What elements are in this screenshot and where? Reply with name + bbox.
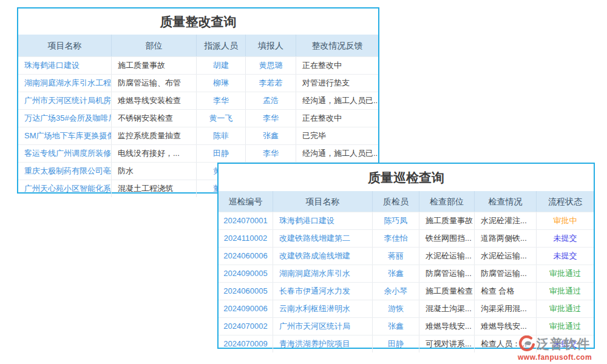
cell-inspection-id[interactable]: 2024070009 (219, 335, 273, 352)
cell-inspector[interactable]: 陈巧凤 (372, 212, 419, 229)
column-header-check-situation: 检查情况 (474, 191, 536, 212)
cell-feedback: 对管进行垫支 (296, 75, 378, 92)
cell-project[interactable]: SM广场地下车库更换摄像机 (18, 127, 111, 144)
cell-check-situation: 沟渠采用混... (474, 300, 536, 317)
cell-project[interactable]: 珠海鹤港口建设 (273, 212, 372, 229)
cell-check-part: 水泥砼运输... (419, 248, 474, 265)
cell-assignee[interactable]: 黄一飞 (196, 110, 245, 127)
column-header-inspection-id: 巡检编号 (219, 191, 273, 212)
cell-inspection-id[interactable]: 2024070002 (219, 318, 273, 335)
cell-inspector[interactable]: 李佳怡 (372, 230, 419, 247)
cell-reporter[interactable]: 李华 (245, 145, 296, 162)
cell-project[interactable]: 万达广场35#会所及咖啡厅 (18, 110, 111, 127)
cell-project[interactable]: 珠海鹤港口建设 (18, 57, 111, 74)
cell-flow-status: 审批通过 (536, 283, 594, 300)
cell-part: 难燃导线安装检查 (111, 92, 196, 109)
column-header-feedback: 整改情况反馈 (296, 35, 378, 56)
cell-inspection-id[interactable]: 2024060006 (219, 248, 273, 265)
cell-project[interactable]: 云南水利枢纽潜明水 (273, 300, 372, 317)
watermark-brand-text: 泛普软件 (537, 335, 590, 352)
cell-project[interactable]: 长春市伊通河水力发 (273, 283, 372, 300)
cell-project[interactable]: 重庆太极制药有限公司亳州 (18, 163, 111, 180)
cell-inspection-id[interactable]: 2024070001 (219, 212, 273, 229)
table-header-row: 项目名称 部位 指派人员 填报人 整改情况反馈 (18, 35, 378, 56)
cell-reporter[interactable]: 黄思璐 (245, 57, 296, 74)
table-row: 2024110002 改建铁路线增建第二 李佳怡 铁丝网围挡... 道路两侧铁.… (219, 229, 594, 247)
cell-flow-status: 未提交 (536, 230, 594, 247)
cell-project[interactable]: 广州市天河区统计局机房改 (18, 92, 111, 109)
cell-part: 防水 (111, 163, 196, 180)
cell-check-part: 难燃导线安... (419, 318, 474, 335)
column-header-part: 部位 (111, 35, 196, 56)
cell-inspection-id[interactable]: 2024090005 (219, 265, 273, 282)
cell-project[interactable]: 广州市天河区统计局 (273, 318, 372, 335)
cell-project[interactable]: 改建铁路成渝线增建 (273, 248, 372, 265)
cell-check-situation: 防腐管运输... (474, 265, 536, 282)
cell-part: 混凝土工程浇筑 (111, 180, 196, 197)
cell-reporter[interactable]: 孟浩 (245, 92, 296, 109)
cell-inspector[interactable]: 余小琴 (372, 283, 419, 300)
cell-inspector[interactable]: 田静 (372, 335, 419, 352)
cell-project[interactable]: 客运专线广州调度所装修项 (18, 145, 111, 162)
table-row: 广州市天河区统计局机房改 难燃导线安装检查 李华 孟浩 经沟通，施工人员已... (18, 92, 378, 109)
table-row: 2024060006 改建铁路成渝线增建 蒋丽 水泥砼运输... 水泥砼运输..… (219, 247, 594, 265)
cell-reporter[interactable]: 李华 (245, 110, 296, 127)
table-header-row: 巡检编号 项目名称 质检员 检查部位 检查情况 流程状态 (219, 191, 594, 212)
screen: 质量整改查询 项目名称 部位 指派人员 填报人 整改情况反馈 珠海鹤港口建设 施… (0, 0, 607, 364)
cell-project[interactable]: 广州天心苑小区智能化系统 (18, 180, 111, 197)
cell-assignee[interactable]: 胡建 (196, 57, 245, 74)
cell-feedback: 正在整改中 (296, 57, 378, 74)
watermark: 泛普软件 www.fanpusoft.com (518, 335, 592, 362)
cell-assignee[interactable]: 田静 (196, 145, 245, 162)
cell-inspector[interactable]: 游恢 (372, 300, 419, 317)
cell-assignee[interactable]: 柳琳 (196, 75, 245, 92)
column-header-reporter: 填报人 (245, 35, 296, 56)
cell-check-part: 可视对讲系... (419, 335, 474, 352)
cell-inspection-id[interactable]: 2024090006 (219, 300, 273, 317)
cell-check-situation: 检查 合格 (474, 283, 536, 300)
table-row: 珠海鹤港口建设 施工质量事故 胡建 黄思璐 正在整改中 (18, 56, 378, 74)
cell-inspection-id[interactable]: 2024060005 (219, 283, 273, 300)
column-header-assignee: 指派人员 (196, 35, 245, 56)
cell-flow-status: 未提交 (536, 248, 594, 265)
table-row: 万达广场35#会所及咖啡厅 不锈钢安装检查 黄一飞 李华 正在整改中 (18, 109, 378, 127)
cell-project[interactable]: 湖南洞庭湖水库引水 (273, 265, 372, 282)
cell-part: 电线没有接好，... (111, 145, 196, 162)
cell-flow-status: 审批通过 (536, 318, 594, 335)
inspection-query-panel: 质量巡检查询 巡检编号 项目名称 质检员 检查部位 检查情况 流程状态 2024… (217, 163, 595, 349)
cell-part: 不锈钢安装检查 (111, 110, 196, 127)
cell-check-situation: 水泥砼灌注... (474, 212, 536, 229)
cell-inspector[interactable]: 张鑫 (372, 318, 419, 335)
cell-part: 监控系统质量抽查 (111, 127, 196, 144)
table-row: 2024060005 长春市伊通河水力发 余小琴 施工质量检查 检查 合格 审批… (219, 282, 594, 300)
column-header-project: 项目名称 (18, 35, 111, 56)
column-header-flow-status: 流程状态 (536, 191, 594, 212)
cell-project[interactable]: 青海洪湖养护院项目 (273, 335, 372, 352)
cell-feedback: 已完毕 (296, 127, 378, 144)
table-row: 2024090006 云南水利枢纽潜明水 游恢 混凝土沟渠... 沟渠采用混..… (219, 300, 594, 317)
cell-part: 施工质量事故 (111, 57, 196, 74)
cell-project[interactable]: 改建铁路线增建第二 (273, 230, 372, 247)
cell-inspection-id[interactable]: 2024110002 (219, 230, 273, 247)
cell-flow-status: 审批中 (536, 212, 594, 229)
cell-inspector[interactable]: 张鑫 (372, 265, 419, 282)
table-row: 2024070001 珠海鹤港口建设 陈巧凤 施工质量事故 水泥砼灌注... 审… (219, 212, 594, 229)
cell-reporter[interactable]: 李若若 (245, 75, 296, 92)
cell-check-part: 施工质量事故 (419, 212, 474, 229)
table-row: 客运专线广州调度所装修项 电线没有接好，... 田静 李华 经沟通，施工人员已.… (18, 144, 378, 162)
cell-inspector[interactable]: 蒋丽 (372, 248, 419, 265)
cell-check-situation: 难燃导线安... (474, 318, 536, 335)
cell-assignee[interactable]: 李华 (196, 92, 245, 109)
cell-feedback: 正在整改中 (296, 110, 378, 127)
cell-feedback: 经沟通，施工人员已... (296, 145, 378, 162)
cell-check-part: 防腐管运输... (419, 265, 474, 282)
table-row: 2024090005 湖南洞庭湖水库引水 张鑫 防腐管运输... 防腐管运输..… (219, 265, 594, 282)
column-header-check-part: 检查部位 (419, 191, 474, 212)
cell-project[interactable]: 湖南洞庭湖水库引水工程施 (18, 75, 111, 92)
cell-part: 防腐管运输、布管 (111, 75, 196, 92)
cell-reporter[interactable]: 张鑫 (245, 127, 296, 144)
cell-check-part: 施工质量检查 (419, 283, 474, 300)
table-row: 2024070002 广州市天河区统计局 张鑫 难燃导线安... 难燃导线安..… (219, 317, 594, 335)
cell-assignee[interactable]: 陈菲 (196, 127, 245, 144)
cell-feedback: 经沟通，施工人员已... (296, 92, 378, 109)
